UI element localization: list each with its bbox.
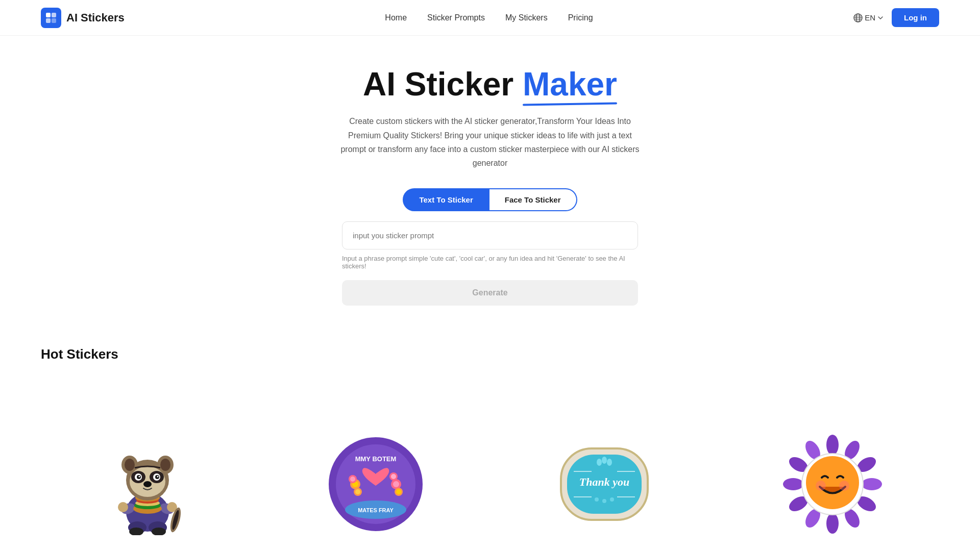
sticker-image-motherday: MATES FRAY MMY [270,378,483,551]
svg-point-55 [396,489,401,494]
svg-point-72 [610,497,614,502]
svg-rect-1 [52,13,56,17]
svg-point-37 [157,475,158,477]
svg-rect-2 [46,18,51,23]
lang-label: EN [865,13,875,22]
svg-point-36 [138,475,140,477]
svg-point-79 [826,513,839,534]
nav-right: EN Log in [853,8,939,27]
svg-point-49 [350,477,355,482]
navbar: AI Stickers Home Sticker Prompts My Stic… [0,0,980,36]
sticker-card-raccoon[interactable]: Lil Big Mac Raccoon Sticker [41,378,254,551]
nav-links: Home Sticker Prompts My Stickers Pricing [385,13,593,22]
hero-section: AI Sticker Maker Create custom stickers … [0,36,980,326]
svg-point-38 [143,481,152,487]
logo-icon [41,8,61,28]
sticker-card-monday[interactable]: happy monday images sticker [726,378,940,551]
sticker-card-motherday[interactable]: MATES FRAY MMY [270,378,483,551]
tab-face-to-sticker[interactable]: Face To Sticker [489,188,577,211]
chevron-down-icon [877,15,884,21]
hero-title: AI Sticker Maker [10,66,970,102]
svg-text:MATES FRAY: MATES FRAY [358,507,394,513]
svg-point-66 [597,459,602,466]
input-area: Input a phrase prompt simple 'cute cat',… [342,221,638,306]
sticker-card-thankyou[interactable]: Thank you thank you sticker [498,378,711,551]
svg-point-51 [355,489,360,494]
logo-text: AI Stickers [66,11,125,24]
svg-point-71 [602,499,606,503]
svg-point-68 [607,459,612,466]
svg-point-86 [806,456,859,509]
sticker-image-monday [726,378,940,551]
svg-point-67 [602,457,607,464]
mode-tabs: Text To Sticker Face To Sticker [10,188,970,211]
nav-sticker-prompts[interactable]: Sticker Prompts [427,13,485,22]
prompt-input[interactable] [342,221,638,249]
sticker-image-thankyou: Thank you [498,378,711,551]
svg-point-27 [125,459,135,471]
hero-description: Create custom stickers with the AI stick… [337,114,643,170]
svg-point-28 [160,459,170,471]
svg-point-87 [816,481,826,491]
svg-rect-3 [52,18,56,23]
language-selector[interactable]: EN [853,13,884,22]
hero-title-part1: AI Sticker [363,66,523,103]
login-button[interactable]: Log in [892,8,939,27]
prompt-hint: Input a phrase prompt simple 'cute cat',… [342,255,638,270]
tab-text-to-sticker[interactable]: Text To Sticker [403,188,489,211]
stickers-grid: Lil Big Mac Raccoon Sticker MATES FRAY [41,378,939,551]
nav-home[interactable]: Home [385,13,407,22]
globe-icon [853,13,863,22]
svg-text:MMY BOTEM: MMY BOTEM [355,455,397,463]
nav-pricing[interactable]: Pricing [568,13,593,22]
hero-title-accent: Maker [523,66,617,102]
svg-point-82 [783,478,803,490]
svg-point-76 [862,478,882,490]
nav-my-stickers[interactable]: My Stickers [505,13,548,22]
svg-rect-0 [46,13,51,17]
generate-button[interactable]: Generate [342,280,638,306]
logo[interactable]: AI Stickers [41,8,125,28]
sticker-image-raccoon [41,378,254,551]
svg-point-57 [391,474,396,479]
svg-point-88 [839,481,849,491]
svg-point-73 [826,435,839,455]
hot-stickers-section: Hot Stickers [0,326,980,551]
svg-point-16 [118,502,128,512]
hot-stickers-title: Hot Stickers [41,346,939,362]
svg-text:Thank you: Thank you [579,475,629,488]
svg-point-53 [393,481,399,487]
svg-point-70 [595,497,599,502]
